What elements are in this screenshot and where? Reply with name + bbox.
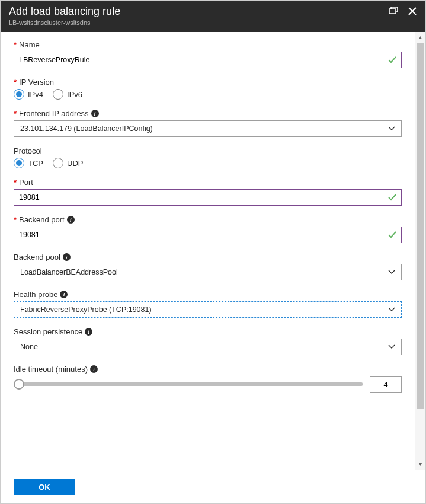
form-body: *Name *IP Version IPv4 IPv6 *Frontend IP… (1, 32, 415, 470)
blade-panel: Add load balancing rule LB-wsltsdnsclust… (0, 0, 426, 504)
backendport-label: Backend port (19, 215, 65, 224)
scroll-down-icon[interactable]: ▾ (415, 459, 425, 470)
info-icon[interactable]: i (90, 365, 98, 373)
ipv4-radio[interactable]: IPv4 (14, 89, 43, 100)
udp-radio[interactable]: UDP (53, 158, 83, 168)
blade-subtitle: LB-wsltsdnscluster-wsltsdns (9, 19, 120, 26)
ipversion-label: IP Version (19, 78, 54, 87)
healthprobe-label: Health probe (14, 290, 57, 299)
info-icon[interactable]: i (63, 253, 71, 261)
scrollbar[interactable]: ▴ ▾ (415, 32, 425, 470)
valid-check-icon (387, 55, 397, 65)
blade-header: Add load balancing rule LB-wsltsdnsclust… (1, 1, 425, 32)
name-input[interactable] (14, 52, 402, 68)
tcp-radio[interactable]: TCP (14, 158, 43, 168)
info-icon[interactable]: i (85, 328, 92, 336)
slider-knob[interactable] (14, 379, 24, 390)
session-label: Session persistence (14, 327, 82, 336)
ipv6-radio[interactable]: IPv6 (53, 89, 82, 100)
frontendip-label: Frontend IP address (19, 109, 89, 118)
chevron-down-icon (388, 343, 395, 350)
chevron-down-icon (388, 269, 395, 276)
backendpool-select[interactable]: LoadBalancerBEAddressPool (14, 264, 402, 280)
backendpool-label: Backend pool (14, 253, 60, 261)
port-label: Port (19, 178, 33, 187)
idle-label: Idle timeout (minutes) (14, 365, 88, 374)
close-icon[interactable] (408, 7, 417, 16)
protocol-label: Protocol (14, 146, 42, 155)
required-marker: * (14, 40, 17, 49)
healthprobe-select[interactable]: FabricReverseProxyProbe (TCP:19081) (14, 301, 402, 318)
frontendip-select[interactable]: 23.101.134.179 (LoadBalancerIPConfig) (14, 120, 402, 137)
blade-footer: OK (1, 470, 425, 503)
chevron-down-icon (388, 306, 395, 313)
scroll-thumb[interactable] (417, 43, 424, 409)
name-label: Name (19, 40, 40, 49)
port-input[interactable] (14, 189, 402, 206)
restore-icon[interactable] (389, 7, 398, 16)
info-icon[interactable]: i (67, 216, 75, 224)
info-icon[interactable]: i (91, 110, 99, 117)
svg-rect-0 (389, 9, 396, 14)
chevron-down-icon (388, 125, 395, 132)
scroll-up-icon[interactable]: ▴ (415, 32, 425, 43)
backendport-input[interactable] (14, 227, 402, 243)
idle-slider[interactable] (14, 378, 363, 390)
valid-check-icon (387, 230, 397, 240)
valid-check-icon (387, 193, 397, 202)
idle-value-input[interactable] (370, 376, 402, 393)
session-select[interactable]: None (14, 339, 402, 355)
ok-button[interactable]: OK (14, 479, 75, 495)
info-icon[interactable]: i (60, 291, 68, 298)
blade-title: Add load balancing rule (9, 5, 120, 18)
